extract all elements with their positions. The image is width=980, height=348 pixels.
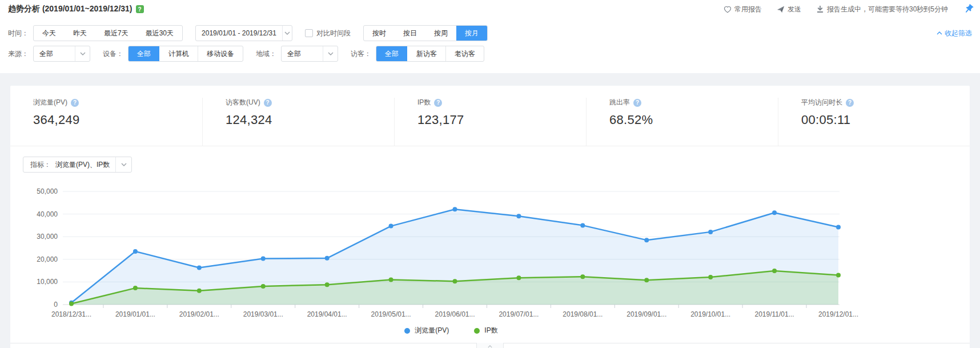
x-axis-label: 2019/12/01...	[818, 310, 858, 318]
x-axis-label: 2019/06/01...	[435, 310, 475, 318]
device-mobile-button[interactable]: 移动设备	[198, 46, 243, 61]
granularity-week-button[interactable]: 按周	[425, 26, 456, 41]
x-axis-label: 2019/02/01...	[179, 310, 219, 318]
stat-avg-duration-label: 平均访问时长	[801, 98, 842, 107]
trend-chart: 010,00020,00030,00040,00050,0002018/12/3…	[10, 176, 970, 323]
range-yesterday-button[interactable]: 昨天	[65, 26, 95, 41]
data-point[interactable]	[644, 238, 649, 242]
data-point[interactable]	[389, 224, 393, 229]
visitor-group: 全部 新访客 老访客	[376, 46, 484, 62]
legend-item[interactable]: 浏览量(PV)	[404, 326, 449, 335]
card-bottom-divider	[10, 343, 970, 348]
x-axis-label: 2019/09/01...	[626, 310, 666, 318]
range-last30days-button[interactable]: 最近30天	[137, 26, 182, 41]
metric-select-value: 浏览量(PV)、IP数	[51, 157, 115, 172]
help-icon[interactable]: ?	[264, 99, 272, 107]
region-select-value: 全部	[282, 46, 323, 61]
help-icon[interactable]: ?	[71, 99, 79, 107]
send-button[interactable]: 发送	[777, 5, 801, 14]
pin-icon	[963, 3, 974, 15]
data-point[interactable]	[580, 223, 585, 227]
x-axis-label: 2019/07/01...	[499, 310, 539, 318]
granularity-hour-button[interactable]: 按时	[364, 26, 395, 41]
data-point[interactable]	[836, 225, 841, 230]
y-axis-label: 10,000	[37, 278, 58, 286]
chevron-down-icon	[75, 46, 90, 61]
expand-table-tab[interactable]	[476, 343, 504, 348]
data-point[interactable]	[453, 207, 457, 211]
help-icon[interactable]: ?	[633, 99, 641, 107]
y-axis-label: 0	[54, 301, 58, 309]
stat-uv-value: 124,324	[226, 113, 394, 127]
stat-ip-label: IP数	[417, 98, 431, 107]
data-point[interactable]	[708, 230, 713, 234]
visitor-all-button[interactable]: 全部	[376, 46, 407, 61]
data-point[interactable]	[261, 257, 266, 261]
data-point[interactable]	[580, 274, 585, 279]
help-icon[interactable]: ?	[846, 99, 854, 107]
stat-bounce-rate-label: 跳出率	[609, 98, 630, 107]
filter-panel: 趋势分析 (2019/01/01~2019/12/31) ? 常用报告 发送	[0, 0, 980, 73]
device-all-button[interactable]: 全部	[128, 46, 159, 61]
chevron-down-icon	[323, 46, 338, 61]
stat-uv-label: 访客数(UV)	[226, 98, 260, 107]
range-today-button[interactable]: 今天	[34, 26, 65, 41]
visitor-new-button[interactable]: 新访客	[407, 46, 445, 61]
granularity-day-button[interactable]: 按日	[395, 26, 425, 41]
visitor-returning-button[interactable]: 老访客	[445, 46, 484, 61]
legend-label: 浏览量(PV)	[415, 326, 449, 335]
filter-row-dimensions: 来源： 全部 设备： 全部 计算机 移动设备 地域： 全部 访客： 全部 新访客…	[8, 46, 974, 62]
y-axis-label: 20,000	[37, 255, 58, 263]
data-point[interactable]	[133, 249, 138, 254]
report-status[interactable]: 报告生成中，可能需要等待30秒到5分钟	[816, 5, 948, 14]
device-computer-button[interactable]: 计算机	[159, 46, 198, 61]
data-point[interactable]	[261, 284, 266, 289]
data-point[interactable]	[197, 289, 202, 293]
data-point[interactable]	[644, 278, 649, 282]
chevron-down-icon	[115, 157, 131, 172]
header-actions: 常用报告 发送 报告生成中，可能需要等待30秒到5分钟	[724, 3, 974, 15]
legend-dot-icon	[404, 328, 410, 334]
legend-item[interactable]: IP数	[474, 326, 497, 335]
compare-period-checkbox[interactable]: 对比时间段	[305, 29, 351, 38]
metric-select[interactable]: 指标： 浏览量(PV)、IP数	[23, 157, 132, 173]
date-range-select[interactable]: 2019/01/01 - 2019/12/31	[195, 25, 292, 41]
report-card: 浏览量(PV) ? 364,249 访客数(UV) ? 124,324 IP数 …	[10, 86, 970, 348]
help-icon[interactable]: ?	[434, 99, 442, 107]
kpi-stats-row: 浏览量(PV) ? 364,249 访客数(UV) ? 124,324 IP数 …	[10, 86, 970, 146]
chart-legend: 浏览量(PV)IP数	[0, 326, 931, 335]
data-point[interactable]	[325, 282, 330, 287]
range-last7days-button[interactable]: 最近7天	[95, 26, 137, 41]
data-point[interactable]	[772, 269, 777, 273]
chevron-up-icon	[488, 345, 492, 348]
device-filter-label: 设备：	[103, 49, 123, 59]
granularity-month-button[interactable]: 按月	[456, 26, 487, 41]
quick-range-group: 今天 昨天 最近7天 最近30天	[33, 25, 183, 41]
title-help-icon[interactable]: ?	[136, 5, 144, 13]
data-point[interactable]	[836, 273, 841, 278]
data-point[interactable]	[69, 301, 74, 306]
filter-row-time: 时间： 今天 昨天 最近7天 最近30天 2019/01/01 - 2019/1…	[8, 25, 974, 41]
data-point[interactable]	[516, 275, 521, 280]
data-point[interactable]	[325, 256, 330, 261]
collapse-filters-label: 收起筛选	[945, 29, 972, 38]
visitor-filter-label: 访客：	[351, 49, 371, 59]
data-point[interactable]	[389, 277, 393, 282]
pin-button[interactable]	[963, 3, 974, 15]
x-axis-label: 2019/01/01...	[115, 310, 155, 318]
stat-avg-duration-value: 00:05:11	[801, 113, 970, 127]
data-point[interactable]	[133, 286, 138, 290]
data-point[interactable]	[197, 265, 202, 270]
region-select[interactable]: 全部	[281, 46, 338, 62]
data-point[interactable]	[516, 214, 521, 218]
x-axis-label: 2019/03/01...	[243, 310, 283, 318]
data-point[interactable]	[708, 275, 713, 279]
collapse-filters-link[interactable]: 收起筛选	[937, 29, 974, 38]
source-select[interactable]: 全部	[33, 46, 90, 62]
legend-dot-icon	[474, 328, 480, 334]
region-filter-label: 地域：	[256, 49, 276, 59]
date-range-value: 2019/01/01 - 2019/12/31	[196, 26, 282, 41]
data-point[interactable]	[453, 279, 457, 283]
favorite-report-button[interactable]: 常用报告	[724, 5, 762, 14]
data-point[interactable]	[772, 210, 777, 215]
